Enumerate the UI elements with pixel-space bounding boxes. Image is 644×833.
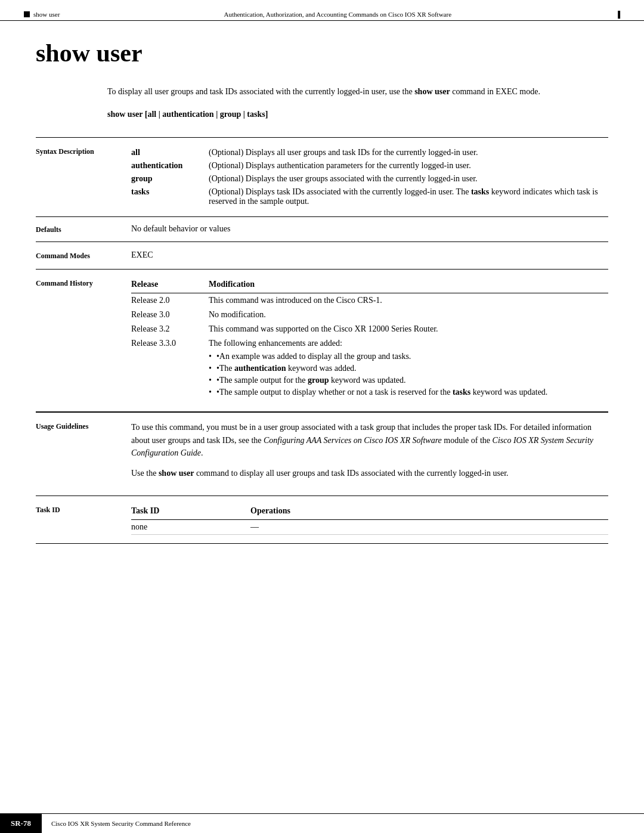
command-history-label: Command History — [36, 278, 131, 403]
history-mod-3: The following enhancements are added: • … — [209, 336, 608, 403]
footer-badge: SR-78 — [0, 814, 42, 833]
bullet-text-0: An example was added to display all the … — [219, 352, 411, 361]
usage-para-1: To use this command, you must be in a us… — [131, 421, 608, 460]
history-col-modification: Modification — [209, 278, 608, 293]
header-right: ▐ — [615, 11, 620, 18]
table-row: tasks (Optional) Displays task IDs assoc… — [131, 185, 608, 208]
syntax-def-group: (Optional) Displays the user groups asso… — [209, 172, 608, 185]
history-bullet-list: • An example was added to display all th… — [209, 352, 602, 397]
history-header-row: Release Modification — [131, 278, 608, 293]
usage-guidelines-content: To use this command, you must be in a us… — [131, 421, 608, 487]
table-row: group (Optional) Displays the user group… — [131, 172, 608, 185]
list-item: • The authentication keyword was added. — [209, 364, 602, 373]
history-mod-2: This command was supported on the Cisco … — [209, 322, 608, 336]
history-mod-1: No modification. — [209, 308, 608, 322]
syntax-term-auth: authentication — [131, 159, 209, 172]
command-modes-section: Command Modes EXEC — [36, 241, 608, 269]
header-left-label: show user — [33, 11, 60, 18]
page-header: show user Authentication, Authorization,… — [0, 0, 644, 21]
header-right-icon: ▐ — [615, 11, 620, 18]
intro-text-before: To display all user groups and task IDs … — [107, 87, 414, 96]
taskid-table: Task ID Operations none — — [131, 504, 608, 535]
main-content: show user To display all user groups and… — [0, 21, 644, 592]
taskid-col-operations: Operations — [250, 504, 608, 520]
command-modes-content: EXEC — [131, 250, 608, 261]
syntax-term-group: group — [131, 172, 209, 185]
list-item: • An example was added to display all th… — [209, 352, 602, 361]
page-title: show user — [36, 39, 608, 67]
list-item: • The sample output for the group keywor… — [209, 376, 602, 385]
table-row: Release 3.0 No modification. — [131, 308, 608, 322]
usage-italic-1: Configuring AAA Services on Cisco IOS XR… — [264, 436, 442, 445]
task-id-section: Task ID Task ID Operations none — — [36, 496, 608, 544]
page-footer: SR-78 Cisco IOS XR System Security Comma… — [0, 813, 644, 833]
intro-paragraph: To display all user groups and task IDs … — [107, 85, 608, 98]
table-row: Release 2.0 This command was introduced … — [131, 293, 608, 308]
command-syntax-bold: show user [all | authentication | group … — [107, 110, 268, 119]
command-syntax: show user [all | authentication | group … — [107, 110, 608, 119]
command-history-content: Release Modification Release 2.0 This co… — [131, 278, 608, 403]
command-history-section: Command History Release Modification Rel… — [36, 269, 608, 412]
history-release-0: Release 2.0 — [131, 293, 209, 308]
syntax-term-tasks: tasks — [131, 185, 209, 208]
usage-guidelines-label: Usage Guidelines — [36, 421, 131, 487]
defaults-label: Defaults — [36, 224, 131, 234]
table-row: Release 3.3.0 The following enhancements… — [131, 336, 608, 403]
syntax-def-tasks: (Optional) Displays task IDs associated … — [209, 185, 608, 208]
table-row: none — — [131, 519, 608, 534]
footer-text: Cisco IOS XR System Security Command Ref… — [42, 814, 200, 833]
history-release-1: Release 3.0 — [131, 308, 209, 322]
taskid-cell-none: none — [131, 519, 250, 534]
taskid-col-taskid: Task ID — [131, 504, 250, 520]
intro-bold-word: show user — [414, 87, 450, 96]
list-item: • The sample output to display whether o… — [209, 388, 602, 397]
header-center: Authentication, Authorization, and Accou… — [60, 11, 615, 18]
task-id-content: Task ID Operations none — — [131, 504, 608, 535]
task-id-label: Task ID — [36, 504, 131, 535]
history-table: Release Modification Release 2.0 This co… — [131, 278, 608, 403]
history-release-3: Release 3.3.0 — [131, 336, 209, 403]
taskid-header-row: Task ID Operations — [131, 504, 608, 520]
table-row: authentication (Optional) Displays authe… — [131, 159, 608, 172]
defaults-content: No default behavior or values — [131, 224, 608, 234]
bullet-text-1: The authentication keyword was added. — [219, 364, 357, 373]
usage-guidelines-section: Usage Guidelines To use this command, yo… — [36, 412, 608, 496]
history-release-2: Release 3.2 — [131, 322, 209, 336]
command-modes-text: EXEC — [131, 250, 153, 259]
bullet-text-2: The sample output for the group keyword … — [219, 376, 406, 385]
syntax-def-all: (Optional) Displays all user groups and … — [209, 146, 608, 159]
table-row: Release 3.2 This command was supported o… — [131, 322, 608, 336]
defaults-section: Defaults No default behavior or values — [36, 216, 608, 241]
bullet-text-3: The sample output to display whether or … — [219, 388, 548, 397]
usage-bold-showuser: show user — [159, 469, 194, 478]
syntax-table: all (Optional) Displays all user groups … — [131, 146, 608, 208]
command-modes-label: Command Modes — [36, 250, 131, 261]
header-center-text: Authentication, Authorization, and Accou… — [224, 11, 451, 18]
syntax-description-content: all (Optional) Displays all user groups … — [131, 146, 608, 208]
header-square-icon — [24, 11, 30, 17]
syntax-def-auth: (Optional) Displays authentication param… — [209, 159, 608, 172]
table-row: all (Optional) Displays all user groups … — [131, 146, 608, 159]
defaults-text: No default behavior or values — [131, 224, 230, 233]
intro-text-after: command in EXEC mode. — [450, 87, 540, 96]
history-col-release: Release — [131, 278, 209, 293]
history-mod-0: This command was introduced on the Cisco… — [209, 293, 608, 308]
usage-para-2: Use the show user command to display all… — [131, 467, 608, 480]
syntax-description-section: Syntax Description all (Optional) Displa… — [36, 137, 608, 216]
taskid-cell-ops: — — [250, 519, 608, 534]
header-left: show user — [24, 11, 60, 18]
syntax-term-all: all — [131, 146, 209, 159]
syntax-description-label: Syntax Description — [36, 146, 131, 208]
